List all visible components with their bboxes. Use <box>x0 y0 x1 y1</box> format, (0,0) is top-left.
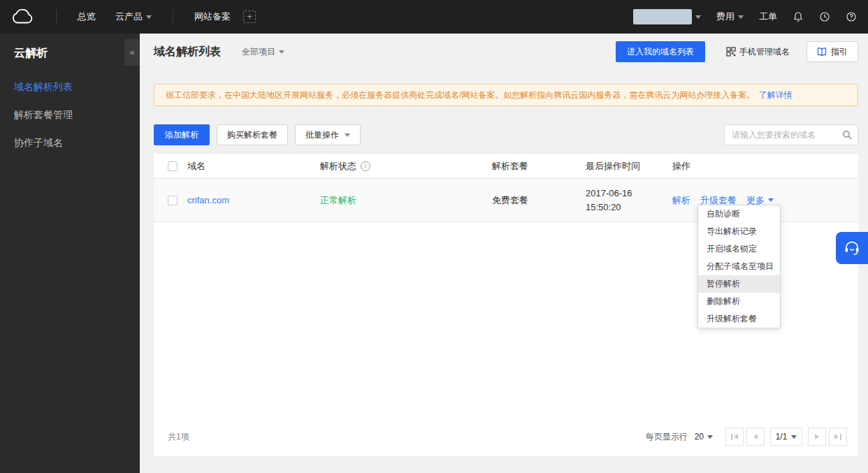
column-header-plan: 解析套餐 <box>492 154 528 178</box>
enter-my-domain-list-button[interactable]: 进入我的域名列表 <box>616 41 705 62</box>
account-menu[interactable] <box>633 9 701 24</box>
search-input[interactable] <box>724 124 858 145</box>
phone-manage-domains[interactable]: 手机管理域名 <box>726 46 790 58</box>
chevron-down-icon <box>695 15 701 19</box>
batch-operations-label: 批量操作 <box>305 129 339 141</box>
prev-page-button[interactable] <box>746 428 765 446</box>
batch-operations-button[interactable]: 批量操作 <box>295 124 361 145</box>
help-question-icon[interactable] <box>846 11 857 22</box>
sidebar-nav: 域名解析列表 解析套餐管理 协作子域名 <box>0 73 140 157</box>
menu-item-enable-domain-lock[interactable]: 开启域名锁定 <box>698 240 780 258</box>
page-header: 域名解析列表 全部项目 进入我的域名列表 手机管理域名 <box>140 34 868 70</box>
search-icon[interactable] <box>842 130 852 143</box>
sidebar: 云解析 « 域名解析列表 解析套餐管理 协作子域名 <box>0 34 140 473</box>
notice-text: 据工信部要求，在中国大陆地区开展网站服务，必须在服务器提供商处完成域名/网站备案… <box>166 90 755 100</box>
nav-billing-label: 费用 <box>716 10 735 23</box>
domain-link[interactable]: crifan.com <box>187 195 229 205</box>
buy-plan-button[interactable]: 购买解析套餐 <box>217 124 288 145</box>
divider <box>56 10 57 24</box>
topbar-right: 费用 工单 <box>618 9 857 24</box>
per-page-label: 每页显示行 <box>646 431 688 443</box>
per-page-select[interactable]: 20 <box>695 432 713 442</box>
column-header-last-op-time: 最后操作时间 <box>586 154 640 178</box>
customer-service-icon <box>843 239 861 257</box>
nav-ticket[interactable]: 工单 <box>759 10 777 23</box>
guide-button[interactable]: 指引 <box>806 41 858 62</box>
page-title: 域名解析列表 <box>154 45 221 59</box>
chevron-down-icon <box>791 435 797 439</box>
chevron-down-icon <box>345 133 350 137</box>
row-checkbox[interactable] <box>168 196 178 205</box>
account-name-redacted <box>633 9 692 24</box>
last-op-clock: 15:50:20 <box>586 201 632 214</box>
total-count: 共1项 <box>168 431 189 443</box>
nav-website-filing[interactable]: 网站备案 <box>194 10 231 23</box>
nav-cloud-products[interactable]: 云产品 <box>115 10 152 23</box>
divider <box>173 10 173 24</box>
table-header-row: 域名 解析状态 i 解析套餐 最后操作时间 操作 <box>154 154 858 179</box>
column-header-status-label: 解析状态 <box>320 160 356 173</box>
qr-code-icon <box>726 47 736 57</box>
last-op-date: 2017-06-16 <box>586 187 632 201</box>
table-footer: 共1项 每页显示行 20 1/1 <box>168 427 847 446</box>
chevron-down-icon <box>707 435 713 439</box>
project-filter[interactable]: 全部项目 <box>242 46 284 58</box>
menu-item-delete-resolution[interactable]: 删除解析 <box>698 293 780 310</box>
first-page-button[interactable] <box>725 428 744 446</box>
add-record-button[interactable]: 添加解析 <box>154 124 210 145</box>
sidebar-title: 云解析 <box>14 46 48 61</box>
pagination: 每页显示行 20 1/1 <box>646 428 847 446</box>
menu-item-export-records[interactable]: 导出解析记录 <box>698 223 780 240</box>
menu-item-upgrade-resolution-plan[interactable]: 升级解析套餐 <box>698 310 780 328</box>
learn-more-link[interactable]: 了解详情 <box>759 90 793 100</box>
nav-cloud-products-label: 云产品 <box>115 10 143 23</box>
menu-item-self-diagnosis[interactable]: 自助诊断 <box>698 205 780 223</box>
search-box <box>724 124 858 145</box>
last-page-button[interactable] <box>829 428 847 446</box>
status-badge: 正常解析 <box>320 194 356 207</box>
sidebar-collapse-button[interactable]: « <box>124 39 140 66</box>
customer-service-button[interactable] <box>836 232 868 264</box>
chevron-down-icon <box>738 15 744 19</box>
guide-label: 指引 <box>831 46 848 58</box>
per-page-value: 20 <box>695 432 704 442</box>
page-indicator: 1/1 <box>776 432 788 442</box>
nav-website-filing-label: 网站备案 <box>194 10 231 23</box>
nav-ticket-label: 工单 <box>759 10 777 23</box>
page-header-actions: 进入我的域名列表 手机管理域名 指引 <box>616 41 858 62</box>
column-header-status: 解析状态 i <box>320 154 370 178</box>
sidebar-item-domain-list[interactable]: 域名解析列表 <box>0 73 140 101</box>
sidebar-item-plan-management[interactable]: 解析套餐管理 <box>0 101 140 129</box>
tencent-cloud-logo-icon[interactable] <box>11 9 35 24</box>
chevron-down-icon <box>768 198 774 202</box>
menu-item-pause-resolution[interactable]: 暂停解析 <box>698 275 780 293</box>
column-header-domain: 域名 <box>187 154 205 178</box>
notice-banner: 据工信部要求，在中国大陆地区开展网站服务，必须在服务器提供商处完成域名/网站备案… <box>154 84 858 106</box>
sidebar-item-collaborative-subdomain[interactable]: 协作子域名 <box>0 129 140 157</box>
topbar: 总览 云产品 网站备案 + 费用 工单 <box>0 0 868 34</box>
nav-billing[interactable]: 费用 <box>716 10 744 23</box>
guide-book-icon <box>817 47 827 57</box>
nav-overview-label: 总览 <box>78 10 96 23</box>
page-indicator-select[interactable]: 1/1 <box>770 428 802 446</box>
sidebar-header: 云解析 « <box>0 34 140 73</box>
clock-icon[interactable] <box>819 11 830 22</box>
action-resolve-link[interactable]: 解析 <box>672 194 690 207</box>
topbar-left: 总览 云产品 网站备案 + <box>11 9 256 24</box>
last-op-time: 2017-06-16 15:50:20 <box>586 187 632 214</box>
chevron-down-icon <box>146 15 152 19</box>
column-header-actions: 操作 <box>672 154 690 178</box>
toolbar: 添加解析 购买解析套餐 批量操作 <box>154 124 858 145</box>
more-actions-menu: 自助诊断 导出解析记录 开启域名锁定 分配子域名至项目 暂停解析 删除解析 升级… <box>697 205 781 328</box>
select-all-checkbox[interactable] <box>168 161 178 171</box>
plan-value: 免费套餐 <box>492 179 528 221</box>
project-filter-label: 全部项目 <box>242 46 275 58</box>
info-icon[interactable]: i <box>361 161 370 171</box>
screen: 总览 云产品 网站备案 + 费用 工单 <box>0 0 868 473</box>
nav-overview[interactable]: 总览 <box>78 10 96 23</box>
menu-item-assign-subdomain-to-project[interactable]: 分配子域名至项目 <box>698 258 780 275</box>
phone-manage-label: 手机管理域名 <box>739 46 790 58</box>
add-tab-icon[interactable]: + <box>243 10 256 23</box>
next-page-button[interactable] <box>808 428 826 446</box>
bell-icon[interactable] <box>793 11 804 22</box>
